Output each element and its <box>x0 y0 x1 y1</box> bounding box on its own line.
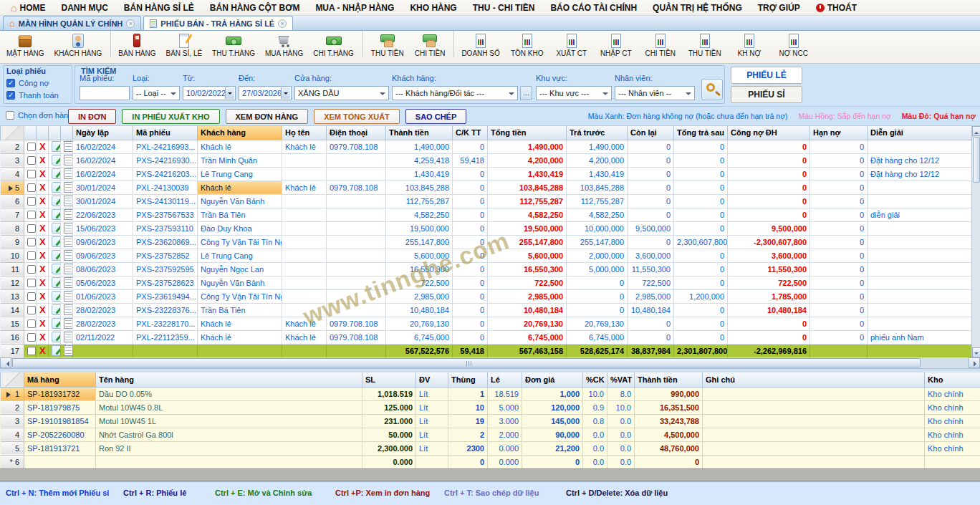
menu-item[interactable]: BÁN HÀNG SỈ LẺ <box>116 0 202 16</box>
col-ten-hang[interactable]: Tên hàng <box>96 372 362 387</box>
scroll-right-icon[interactable] <box>969 357 980 368</box>
table-row[interactable]: 9 09/06/2023 PXS-23620869... Công Ty Vận… <box>1 235 972 249</box>
edit-icon[interactable] <box>52 236 61 247</box>
view-document-icon[interactable] <box>64 345 73 356</box>
region-select[interactable]: --- Khu vực --- <box>536 86 612 100</box>
view-document-icon[interactable] <box>64 250 73 261</box>
delete-icon[interactable] <box>39 237 46 246</box>
col-le[interactable]: Lẻ <box>488 372 522 387</box>
menu-item[interactable]: QUẢN TRỊ HỆ THỐNG <box>645 0 750 16</box>
col-tong-tra-sau[interactable]: Tổng trả sau <box>674 126 728 140</box>
wholesale-voucher-button[interactable]: PHIẾU SỈ <box>731 86 802 103</box>
col-khach-hang[interactable]: Khách hàng <box>198 126 282 140</box>
item-row[interactable]: 5 SP-181913721 Ron 92 II 2,300.000 Lít 2… <box>1 441 980 455</box>
toolbar-button[interactable]: NHẬP CT <box>594 31 638 57</box>
tab-sales-return[interactable]: PHIẾU BÁN - TRẢ HÀNG SỈ LẺ <box>143 16 293 30</box>
edit-icon[interactable] <box>52 168 61 179</box>
delete-icon[interactable] <box>39 169 46 178</box>
toolbar-button[interactable]: THU T.HÀNG <box>207 31 260 57</box>
menu-item[interactable]: MUA - NHẬP HÀNG <box>307 0 402 16</box>
scroll-left-icon[interactable] <box>0 357 11 368</box>
menu-item[interactable]: TRỢ GIÚP <box>750 0 808 16</box>
col-thanh-tien[interactable]: Thành tiền <box>386 126 453 140</box>
edit-icon[interactable] <box>52 141 61 152</box>
customer-more-button[interactable]: ... <box>520 86 532 100</box>
table-row[interactable]: 12 05/06/2023 PXS-237528623 Nguyễn Văn B… <box>1 276 972 289</box>
debt-checkbox[interactable] <box>6 79 15 87</box>
view-document-icon[interactable] <box>64 155 73 165</box>
row-checkbox[interactable] <box>27 279 36 287</box>
table-row[interactable]: 16 02/11/2022 PXL-22112359... Khách lẻ K… <box>1 330 972 344</box>
view-document-icon[interactable] <box>64 182 73 193</box>
col-tong-tien[interactable]: Tổng tiền <box>488 126 567 140</box>
delete-icon[interactable] <box>39 142 46 151</box>
table-row[interactable]: 7 22/06/2023 PXS-237567533 Trần Bá Tiên … <box>1 208 972 221</box>
row-checkbox[interactable] <box>27 143 36 151</box>
customer-select[interactable]: --- Khách hàng/Đối tác --- <box>392 86 518 100</box>
paid-checkbox[interactable] <box>6 91 15 100</box>
col-con-lai[interactable]: Còn lại <box>628 126 674 140</box>
scroll-down-icon[interactable] <box>972 347 980 357</box>
col-don-gia[interactable]: Đơn giá <box>522 372 583 387</box>
col-ghi-chu[interactable]: Ghi chú <box>703 372 925 387</box>
edit-icon[interactable] <box>52 318 61 329</box>
row-checkbox[interactable] <box>27 156 36 165</box>
menu-item[interactable]: BÁO CÁO TÀI CHÍNH <box>542 0 645 16</box>
voucher-code-input[interactable] <box>80 86 130 100</box>
edit-icon[interactable] <box>52 223 61 234</box>
edit-icon[interactable] <box>52 304 61 315</box>
retail-voucher-button[interactable]: PHIẾU LẺ <box>731 67 802 84</box>
toolbar-button[interactable]: KHÁCH HÀNG <box>49 31 112 57</box>
toolbar-button[interactable]: BÁN SỈ, LẺ <box>161 31 208 57</box>
select-orders-row[interactable]: Chọn đơn hàng <box>6 111 72 120</box>
debt-checkbox-row[interactable]: Công nợ <box>6 79 69 87</box>
row-checkbox[interactable] <box>27 333 36 342</box>
row-checkbox[interactable] <box>27 197 36 206</box>
table-row[interactable]: 17 567,522,576 59,418 567,463,158 5 <box>1 344 972 357</box>
toolbar-button[interactable]: MẶT HÀNG <box>1 31 49 57</box>
col-tra-truoc[interactable]: Trả trước <box>567 126 628 140</box>
menu-item[interactable]: THU - CHI TIỀN <box>465 0 543 16</box>
table-row[interactable]: 4 16/02/2024 PXS-24216203... Lê Trung Ca… <box>1 167 972 181</box>
item-row[interactable]: 2 SP-181979875 Motul 10W45 0.8L 125.000 … <box>1 400 980 414</box>
row-checkbox[interactable] <box>27 211 36 219</box>
table-row[interactable]: 15 28/02/2023 PXL-23228170... Khách lẻ K… <box>1 317 972 330</box>
col-ck-tt[interactable]: C/K TT <box>453 126 488 140</box>
view-document-icon[interactable] <box>64 168 73 179</box>
view-document-icon[interactable] <box>64 264 73 274</box>
toolbar-button[interactable]: NỢ NCC <box>772 31 816 57</box>
delete-icon[interactable] <box>39 292 46 301</box>
item-row[interactable]: 3 SP-19101981854 Motul 10W45 1L 231.000 … <box>1 414 980 428</box>
toolbar-button[interactable]: XUẤT CT <box>549 31 594 57</box>
toolbar-button[interactable]: THU TIỀN <box>683 31 727 57</box>
from-date-picker[interactable]: 10/02/2022 <box>183 86 236 100</box>
edit-icon[interactable] <box>52 250 61 261</box>
menu-item[interactable]: KHO HÀNG <box>402 0 464 16</box>
col-kho[interactable]: Kho <box>925 372 980 387</box>
view-document-icon[interactable] <box>64 318 73 329</box>
delete-icon[interactable] <box>39 278 46 287</box>
table-row[interactable]: 3 16/02/2024 PXS-24216930... Trần Minh Q… <box>1 153 972 167</box>
employee-select[interactable]: --- Nhân viên -- <box>615 86 695 100</box>
calendar-dropdown-icon[interactable] <box>225 87 234 99</box>
col-dv[interactable]: ĐV <box>416 372 448 387</box>
action-button[interactable]: IN PHIẾU XUẤT KHO <box>122 109 219 124</box>
row-checkbox[interactable] <box>27 251 36 260</box>
search-button[interactable] <box>701 79 723 100</box>
item-row[interactable]: *6 0.000 0 0.000 0 0.0 0.0 0 <box>1 455 980 468</box>
scrollbar-thumb[interactable] <box>12 358 921 367</box>
delete-icon[interactable] <box>39 305 46 314</box>
store-select[interactable]: XĂNG DẦU <box>294 86 389 100</box>
action-button[interactable]: XEM ĐƠN HÀNG <box>226 109 309 124</box>
toolbar-button[interactable]: MUA HÀNG <box>260 31 308 57</box>
delete-icon[interactable] <box>39 183 46 192</box>
row-checkbox[interactable] <box>27 224 36 233</box>
scrollbar-thumb[interactable] <box>973 137 980 183</box>
view-document-icon[interactable] <box>64 196 73 206</box>
edit-icon[interactable] <box>52 277 61 288</box>
delete-icon[interactable] <box>39 196 46 206</box>
view-document-icon[interactable] <box>64 291 73 302</box>
delete-icon[interactable] <box>39 332 46 342</box>
action-button[interactable]: SAO CHÉP <box>405 109 466 124</box>
toolbar-button[interactable]: TỒN KHO <box>505 31 549 57</box>
